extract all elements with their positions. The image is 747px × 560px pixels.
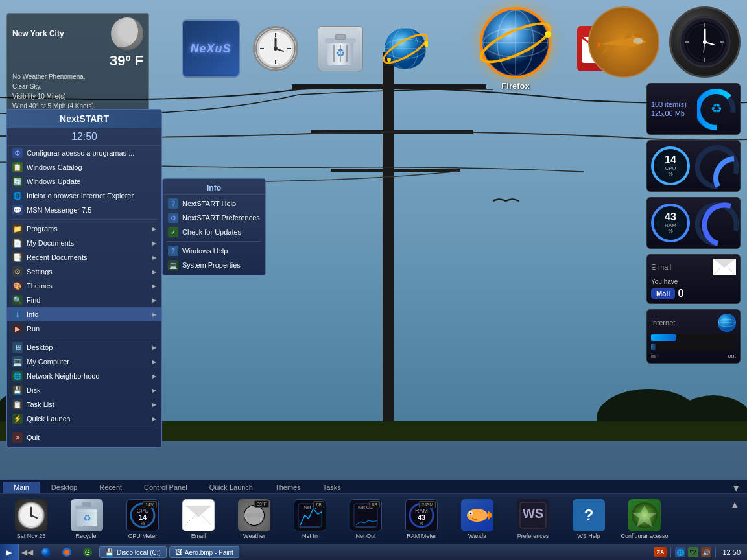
paint-icon: 🖼	[175, 548, 182, 556]
taskbar-expand-icon[interactable]: ▼	[728, 483, 744, 493]
configurar-label: Configurar acesso a programas ...	[27, 149, 134, 157]
menu-item-find[interactable]: 🔍 Find	[7, 293, 161, 307]
info-submenu-title: Info	[163, 181, 265, 195]
submenu-check-updates[interactable]: ✓ Check for Updates	[163, 225, 265, 239]
dock-globe[interactable]	[376, 19, 434, 78]
tb-configurar[interactable]: Configurar acesso	[619, 499, 670, 539]
svg-point-43	[633, 38, 643, 44]
mail-badge: Mail	[651, 288, 675, 299]
svg-rect-69	[82, 502, 91, 507]
menu-item-mycomputer[interactable]: 💻 My Computer	[7, 355, 161, 369]
statusbar-browser-icon[interactable]	[36, 544, 56, 560]
menu-item-info[interactable]: ℹ Info	[7, 307, 161, 321]
svg-point-8	[674, 395, 747, 441]
tab-quicklaunch[interactable]: Quick Launch	[198, 482, 264, 493]
menu-sep-2	[11, 338, 158, 338]
tab-desktop[interactable]: Desktop	[40, 482, 88, 493]
submenu-nexstart-help[interactable]: ? NextSTART Help	[163, 196, 265, 211]
menu-item-programs[interactable]: 📁 Programs	[7, 222, 161, 236]
nexus-logo[interactable]: NeXuS	[182, 19, 240, 78]
tray-icon-1[interactable]: 🌐	[675, 547, 685, 557]
tasklist-label: Task List	[27, 401, 54, 408]
tb-wanda-img	[461, 499, 493, 531]
tab-themes[interactable]: Themes	[264, 482, 312, 493]
svg-rect-4	[331, 169, 460, 172]
start-button[interactable]: ▶	[0, 544, 19, 560]
tb-preferences[interactable]: WS Preferences	[507, 499, 559, 539]
tb-cpu[interactable]: 14% CPU 14 % CPU Meter	[117, 499, 169, 539]
tray-icon-3[interactable]: 🔊	[701, 547, 711, 557]
menu-item-network[interactable]: 🌐 Network Neighborhood	[7, 369, 161, 383]
right-clock[interactable]	[669, 6, 741, 78]
menu-item-disk[interactable]: 💾 Disk	[7, 383, 161, 397]
cpu-gauge: 14 CPU %	[646, 140, 741, 192]
menu-item-desktop[interactable]: 🖥 Desktop	[7, 340, 161, 355]
tb-netout-label: Net Out	[355, 533, 375, 539]
dock-clock[interactable]	[246, 19, 305, 78]
menu-item-msn[interactable]: 💬 MSN Messenger 7.5	[7, 203, 161, 217]
menu-item-settings[interactable]: ⚙ Settings	[7, 264, 161, 279]
tb-email-img	[182, 499, 215, 531]
menu-item-wincatalog[interactable]: 📋 Windows Catalog	[7, 160, 161, 174]
tb-netout-img: 0B Net Out	[350, 499, 382, 531]
submenu-sys-props[interactable]: 💻 System Properties	[163, 258, 265, 272]
tray-icon-2[interactable]: 🛡	[688, 547, 698, 557]
task-paint[interactable]: 🖼 Aero.bmp - Paint	[169, 546, 239, 558]
run-icon: ▶	[12, 323, 23, 334]
quicklaunch-label: Quick Launch	[27, 415, 70, 423]
menu-item-quicklaunch[interactable]: ⚡ Quick Launch	[7, 412, 161, 426]
msn-icon: 💬	[12, 205, 23, 215]
jet-icon[interactable]	[588, 6, 659, 78]
network-icon: 🌐	[12, 371, 23, 381]
disco-label: Disco local (C:)	[117, 549, 161, 556]
ram-circle: 43 RAM %	[651, 204, 690, 242]
email-widget-title: E-mail	[651, 263, 671, 271]
firefox-icon[interactable]: Firefox	[480, 7, 551, 91]
task-disco-local[interactable]: 💾 Disco local (C:)	[99, 546, 167, 558]
weather-condition: No Weather Phenomena.	[12, 72, 143, 82]
tb-ram[interactable]: 243M RAM 43 % RAM Meter	[396, 499, 447, 539]
menu-item-run[interactable]: ▶ Run	[7, 321, 161, 336]
menu-item-ie[interactable]: 🌐 Iniciar o browser Internet Explorer	[7, 189, 161, 203]
statusbar-left-arrows[interactable]: ◀◀	[19, 548, 36, 557]
submenu-windows-help[interactable]: ? Windows Help	[163, 244, 265, 258]
tb-netin-label: Net In	[302, 533, 318, 539]
email-envelope	[713, 259, 736, 275]
statusbar-other-icon[interactable]: G	[77, 544, 98, 560]
menu-item-winupdate[interactable]: 🔄 Windows Update	[7, 174, 161, 189]
disk-gauge: 103 item(s) 125,06 Mb ♻	[646, 83, 741, 135]
tb-weather[interactable]: 39°F Weather	[228, 499, 280, 539]
cpu-circle: 14 CPU %	[651, 146, 690, 185]
quit-label: Quit	[27, 434, 40, 441]
statusbar-firefox-icon[interactable]	[56, 544, 77, 560]
disk-icon: 💾	[12, 385, 23, 395]
menu-item-quit[interactable]: ✕ Quit	[7, 430, 161, 445]
tab-main[interactable]: Main	[3, 482, 40, 493]
configurar-icon: ⚙	[12, 148, 23, 158]
tab-recent[interactable]: Recent	[88, 482, 133, 493]
statusbar: ▶ ◀◀ G 💾 Disco local (C:)	[0, 544, 747, 560]
menu-item-configurar[interactable]: ⚙ Configurar acesso a programas ...	[7, 146, 161, 160]
tb-netout[interactable]: 0B Net Out Net Out	[340, 499, 392, 539]
menu-item-themes[interactable]: 🎨 Themes	[7, 279, 161, 293]
tab-controlpanel[interactable]: Control Panel	[133, 482, 198, 493]
tab-tasks[interactable]: Tasks	[312, 482, 352, 493]
tb-recycler[interactable]: ♻ Recycler	[61, 499, 113, 539]
tb-netin[interactable]: 0B Net In Net In	[284, 499, 336, 539]
programs-icon: 📁	[12, 224, 23, 234]
mycomputer-label: My Computer	[27, 358, 69, 366]
firefox-globe-img	[480, 7, 551, 78]
tb-wshelp[interactable]: ? WS Help	[563, 499, 615, 539]
menu-item-recentdocs[interactable]: 📑 Recent Documents	[7, 250, 161, 264]
taskbar-scroll-up[interactable]: ▲	[728, 496, 742, 509]
menu-item-tasklist[interactable]: 📋 Task List	[7, 397, 161, 412]
tb-email[interactable]: Email	[172, 499, 224, 539]
tb-clock[interactable]: Sat Nov 25	[5, 499, 57, 539]
svg-point-92	[470, 513, 472, 515]
submenu-nexstart-prefs[interactable]: ⚙ NextSTART Preferences	[163, 211, 265, 225]
dock-trash[interactable]: ♻	[311, 19, 370, 78]
menu-item-mydocs[interactable]: 📄 My Documents	[7, 236, 161, 250]
tb-wanda[interactable]: Wanda	[451, 499, 503, 539]
dock-globe-img	[383, 26, 428, 71]
svg-point-98	[42, 548, 51, 557]
